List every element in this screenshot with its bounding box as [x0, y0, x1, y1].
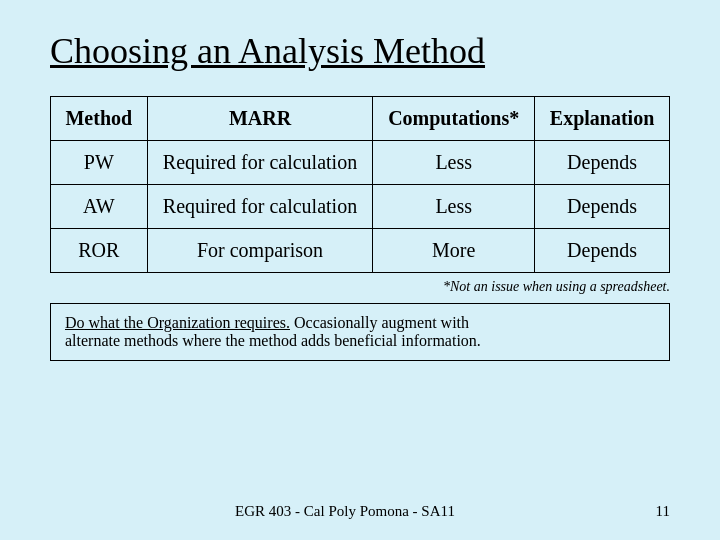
cell-exp-pw: Depends — [535, 141, 670, 185]
cell-comp-ror: More — [373, 229, 535, 273]
note-line2: alternate methods where the method adds … — [65, 332, 481, 349]
cell-marr-aw: Required for calculation — [147, 185, 373, 229]
table-row: ROR For comparison More Depends — [51, 229, 670, 273]
table-row: AW Required for calculation Less Depends — [51, 185, 670, 229]
cell-exp-aw: Depends — [535, 185, 670, 229]
table-header: Method MARR Computations* Explanation — [51, 97, 670, 141]
slide: Choosing an Analysis Method Method MARR … — [0, 0, 720, 540]
table-container: Method MARR Computations* Explanation PW… — [50, 96, 670, 273]
cell-marr-pw: Required for calculation — [147, 141, 373, 185]
cell-method-pw: PW — [51, 141, 148, 185]
note-underline: Do what the Organization requires. Occas… — [65, 314, 469, 331]
cell-method-aw: AW — [51, 185, 148, 229]
cell-marr-ror: For comparison — [147, 229, 373, 273]
table-body: PW Required for calculation Less Depends… — [51, 141, 670, 273]
slide-title: Choosing an Analysis Method — [50, 30, 485, 72]
cell-method-ror: ROR — [51, 229, 148, 273]
col-explanation: Explanation — [535, 97, 670, 141]
cell-exp-ror: Depends — [535, 229, 670, 273]
note-box: Do what the Organization requires. Occas… — [50, 303, 670, 361]
col-method: Method — [51, 97, 148, 141]
analysis-table: Method MARR Computations* Explanation PW… — [50, 96, 670, 273]
cell-comp-pw: Less — [373, 141, 535, 185]
col-marr: MARR — [147, 97, 373, 141]
col-computations: Computations* — [373, 97, 535, 141]
footer-center: EGR 403 - Cal Poly Pomona - SA11 — [50, 503, 640, 520]
cell-comp-aw: Less — [373, 185, 535, 229]
footnote: *Not an issue when using a spreadsheet. — [50, 279, 670, 295]
footer-page-number: 11 — [640, 503, 670, 520]
table-row: PW Required for calculation Less Depends — [51, 141, 670, 185]
header-row: Method MARR Computations* Explanation — [51, 97, 670, 141]
footer: EGR 403 - Cal Poly Pomona - SA11 11 — [50, 503, 670, 520]
